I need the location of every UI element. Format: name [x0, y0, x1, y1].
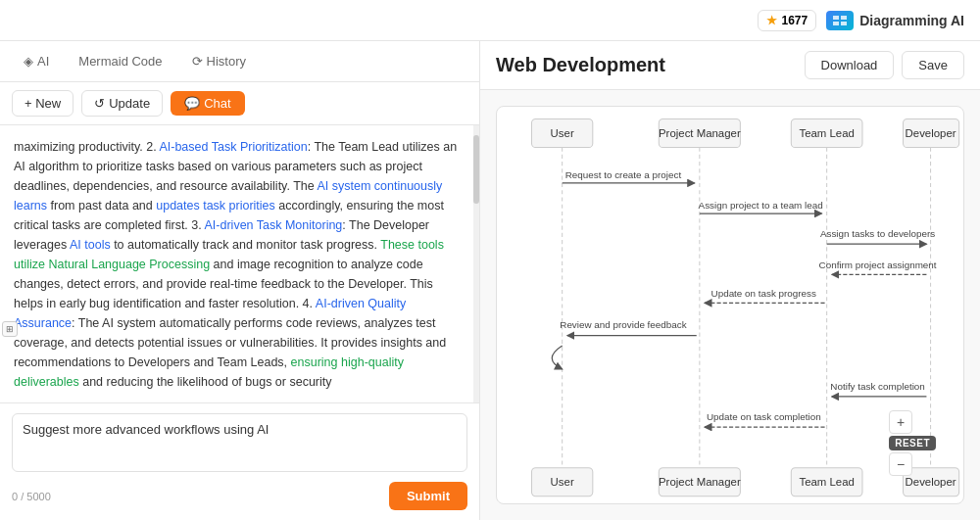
diagram-title: Web Development [496, 54, 665, 76]
chat-button[interactable]: 💬 Chat [171, 91, 244, 116]
tab-mermaid-label: Mermaid Code [78, 54, 162, 69]
chat-content: ⊞ maximizing productivity. 2. AI-based T… [0, 125, 479, 402]
ai-icon: ◈ [24, 54, 33, 69]
tab-ai[interactable]: ◈ AI [12, 49, 61, 73]
zoom-minus-button[interactable]: − [889, 452, 912, 476]
new-button[interactable]: + New [12, 90, 74, 117]
top-header: ★ 1677 Diagramming AI [0, 0, 980, 41]
left-panel: ◈ AI Mermaid Code ⟳ History + New ↺ Upda… [0, 41, 480, 520]
pro-count: 1677 [781, 14, 808, 27]
svg-text:Assign tasks to developers: Assign tasks to developers [820, 228, 935, 239]
tab-ai-label: AI [37, 54, 49, 69]
app-brand: Diagramming AI [826, 11, 964, 30]
svg-text:Update on task completion: Update on task completion [707, 411, 821, 422]
input-footer: 0 / 5000 Submit [12, 482, 467, 510]
chat-input[interactable]: Suggest more advanced workflows using AI [12, 413, 467, 472]
svg-text:Project Manager: Project Manager [659, 476, 741, 488]
svg-text:Request to create a project: Request to create a project [565, 169, 682, 180]
download-button[interactable]: Download [805, 51, 895, 79]
save-button[interactable]: Save [902, 51, 964, 79]
zoom-plus-button[interactable]: + [889, 410, 912, 434]
update-icon: ↺ [94, 96, 105, 111]
svg-text:Confirm project assignment: Confirm project assignment [819, 260, 937, 270]
svg-text:Update on task progress: Update on task progress [711, 288, 816, 299]
svg-text:User: User [551, 476, 574, 488]
svg-text:Team Lead: Team Lead [799, 476, 854, 488]
chat-icon: 💬 [184, 96, 200, 111]
tab-bar: ◈ AI Mermaid Code ⟳ History [0, 41, 479, 82]
svg-text:Developer: Developer [906, 127, 956, 139]
diagram-area: User Project Manager Team Lead Developer [480, 90, 980, 520]
svg-text:Project Manager: Project Manager [659, 127, 741, 139]
svg-text:Developer: Developer [906, 476, 956, 488]
svg-text:User: User [551, 127, 574, 139]
chat-text: maximizing productivity. 2. AI-based Tas… [14, 137, 466, 392]
pro-badge: ★ 1677 [758, 10, 816, 31]
diagram-header: Web Development Download Save [480, 41, 980, 90]
right-panel: Web Development Download Save User Proje… [480, 41, 980, 520]
brand-name: Diagramming AI [859, 13, 964, 28]
scroll-indicator: ⊞ [2, 321, 18, 337]
input-area: Suggest more advanced workflows using AI… [0, 402, 479, 520]
update-button[interactable]: ↺ Update [81, 90, 163, 117]
svg-text:Assign project to a team lead: Assign project to a team lead [699, 200, 823, 211]
scrollbar-thumb[interactable] [473, 135, 479, 204]
tab-mermaid[interactable]: Mermaid Code [67, 49, 173, 73]
svg-text:Review and provide feedback: Review and provide feedback [560, 319, 686, 330]
reset-button[interactable]: RESET [889, 436, 936, 450]
scrollbar-track[interactable] [473, 125, 479, 402]
chat-label: Chat [204, 96, 230, 111]
toolbar: + New ↺ Update 💬 Chat [0, 82, 479, 125]
submit-button[interactable]: Submit [389, 482, 467, 510]
brand-logo-icon [826, 11, 854, 30]
diagram-canvas: User Project Manager Team Lead Developer [496, 106, 964, 504]
tab-history[interactable]: ⟳ History [180, 49, 258, 73]
tab-history-label: History [207, 54, 246, 69]
header-buttons: Download Save [805, 51, 964, 79]
update-label: Update [109, 96, 150, 111]
svg-text:Team Lead: Team Lead [799, 127, 854, 139]
svg-text:Notify task completion: Notify task completion [830, 381, 924, 392]
char-count: 0 / 5000 [12, 491, 51, 502]
star-icon: ★ [766, 14, 777, 27]
history-icon: ⟳ [192, 54, 203, 69]
main-layout: ◈ AI Mermaid Code ⟳ History + New ↺ Upda… [0, 41, 980, 520]
zoom-controls: + RESET − [889, 410, 936, 476]
